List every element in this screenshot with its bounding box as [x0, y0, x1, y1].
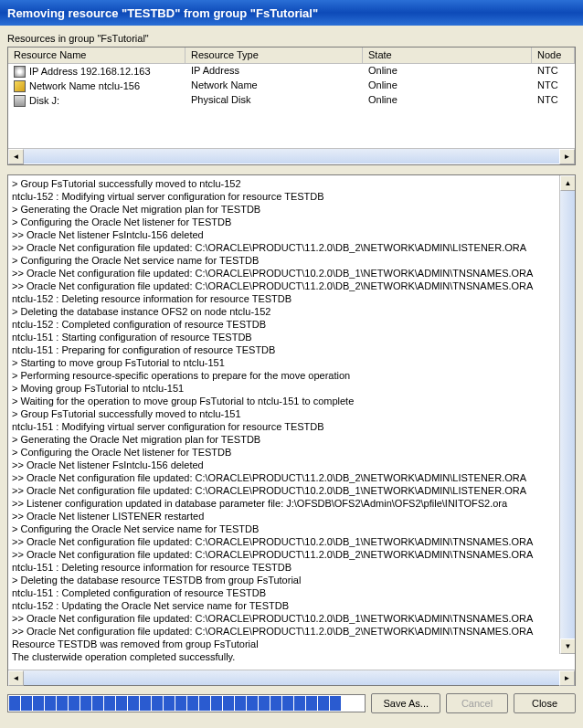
progress-block	[270, 696, 281, 711]
progress-block	[92, 696, 103, 711]
progress-block	[164, 696, 175, 711]
bottom-bar: Save As... Cancel Close	[7, 693, 576, 713]
log-line: > Generating the Oracle Net migration pl…	[12, 433, 571, 446]
log-line: >> Oracle Net listener FsIntclu-156 dele…	[12, 459, 571, 471]
progress-block	[282, 696, 293, 711]
log-line: > Waiting for the operation to move grou…	[12, 395, 571, 407]
progress-block	[69, 696, 80, 711]
progress-block	[45, 696, 56, 711]
log-line: >> Oracle Net listener FsIntclu-156 dele…	[12, 228, 571, 241]
log-line: >> Listener configuration updated in dat…	[12, 497, 571, 510]
log-line: ntclu-152 : Deleting resource informatio…	[12, 292, 571, 305]
scroll-down-icon[interactable]: ▼	[560, 638, 575, 654]
close-button[interactable]: Close	[514, 693, 576, 713]
log-line: ntclu-151 : Modifying virtual server con…	[12, 420, 571, 433]
progress-block	[306, 696, 317, 711]
progress-block	[21, 696, 32, 711]
log-line: ntclu-151 : Deleting resource informatio…	[12, 561, 571, 574]
log-line: > Configuring the Oracle Net listener fo…	[12, 216, 571, 228]
col-header-state[interactable]: State	[363, 47, 532, 63]
progress-block	[33, 696, 44, 711]
cell-state: Online	[363, 64, 532, 79]
cell-name: IP Address 192.168.12.163	[29, 66, 151, 77]
log-line: >> Oracle Net configuration file updated…	[12, 625, 571, 638]
progress-block	[104, 696, 115, 711]
log-line: >> Oracle Net configuration file updated…	[12, 548, 571, 561]
log-line: ntclu-152 : Updating the Oracle Net serv…	[12, 599, 571, 612]
vscroll-track[interactable]	[560, 191, 575, 638]
log-line: ntclu-152 : Completed configuration of r…	[12, 318, 571, 331]
cell-type: Physical Disk	[186, 93, 363, 108]
progress-block	[294, 696, 305, 711]
resource-icon	[14, 80, 26, 92]
log-line: ntclu-152 : Modifying virtual server con…	[12, 190, 571, 203]
progress-block	[259, 696, 270, 711]
log-line: Resource TESTDB was removed from group F…	[12, 638, 571, 650]
progress-block	[128, 696, 139, 711]
table-header-row: Resource Name Resource Type State Node	[8, 47, 575, 64]
resources-group-label: Resources in group "FsTutorial"	[7, 33, 576, 44]
table-row[interactable]: Network Name ntclu-156Network NameOnline…	[8, 79, 575, 93]
log-scroll-track[interactable]	[24, 670, 559, 685]
log-line: >> Oracle Net configuration file updated…	[12, 267, 571, 280]
cell-type: Network Name	[186, 79, 363, 93]
resource-icon	[14, 66, 26, 78]
log-line: > Configuring the Oracle Net service nam…	[12, 522, 571, 535]
log-panel: > Group FsTutorial successfully moved to…	[7, 174, 576, 686]
scroll-right-icon[interactable]: ►	[559, 149, 575, 164]
progress-block	[116, 696, 127, 711]
progress-block	[199, 696, 210, 711]
log-line: > Configuring the Oracle Net listener fo…	[12, 446, 571, 459]
log-line: ntclu-151 : Starting configuration of re…	[12, 331, 571, 343]
save-as-button[interactable]: Save As...	[371, 693, 440, 713]
log-line: > Deleting the database instance OFS2 on…	[12, 305, 571, 318]
cell-state: Online	[363, 93, 532, 108]
col-header-name[interactable]: Resource Name	[8, 47, 186, 63]
cell-node: NTC	[532, 64, 575, 79]
scroll-left-icon[interactable]: ◄	[8, 149, 24, 164]
table-hscroll[interactable]: ◄ ►	[8, 148, 575, 164]
log-line: ntclu-151 : Preparing for configuration …	[12, 343, 571, 356]
cell-state: Online	[363, 79, 532, 93]
cell-name: Disk J:	[29, 95, 59, 106]
col-header-type[interactable]: Resource Type	[186, 47, 363, 63]
log-line: >> Oracle Net configuration file updated…	[12, 612, 571, 625]
cell-type: IP Address	[186, 64, 363, 79]
log-scroll-left-icon[interactable]: ◄	[8, 670, 24, 686]
log-lines: > Group FsTutorial successfully moved to…	[12, 177, 571, 663]
table-row[interactable]: IP Address 192.168.12.163IP AddressOnlin…	[8, 64, 575, 79]
scroll-up-icon[interactable]: ▲	[560, 175, 575, 191]
progress-block	[175, 696, 186, 711]
log-line: > Performing resource-specific operation…	[12, 369, 571, 382]
log-vscroll[interactable]: ▲ ▼	[559, 175, 575, 654]
resource-icon	[14, 95, 26, 107]
log-line: >> Oracle Net configuration file updated…	[12, 280, 571, 292]
log-line: > Group FsTutorial successfully moved to…	[12, 407, 571, 420]
log-line: > Starting to move group FsTutorial to n…	[12, 356, 571, 369]
log-line: > Generating the Oracle Net migration pl…	[12, 203, 571, 216]
log-scroll-right-icon[interactable]: ►	[559, 670, 575, 686]
progress-block	[57, 696, 68, 711]
table-row[interactable]: Disk J:Physical DiskOnlineNTC	[8, 93, 575, 108]
log-line: > Group FsTutorial successfully moved to…	[12, 177, 571, 190]
progress-block	[152, 696, 163, 711]
log-hscroll[interactable]: ◄ ►	[8, 670, 575, 685]
progress-block	[80, 696, 91, 711]
cell-node: NTC	[532, 79, 575, 93]
log-line: > Deleting the database resource TESTDB …	[12, 574, 571, 586]
log-line: >> Oracle Net configuration file updated…	[12, 241, 571, 254]
log-line: > Configuring the Oracle Net service nam…	[12, 254, 571, 267]
progress-block	[187, 696, 198, 711]
scroll-track[interactable]	[24, 149, 559, 164]
log-line: The clusterwide operation completed succ…	[12, 650, 571, 663]
cancel-button: Cancel	[446, 693, 508, 713]
resources-table: Resource Name Resource Type State Node I…	[7, 47, 576, 165]
progress-block	[140, 696, 151, 711]
progress-block	[235, 696, 246, 711]
progress-block	[9, 696, 20, 711]
col-header-node[interactable]: Node	[532, 47, 575, 63]
log-line: >> Oracle Net configuration file updated…	[12, 471, 571, 484]
progress-block	[330, 696, 341, 711]
log-line: > Moving group FsTutorial to ntclu-151	[12, 382, 571, 395]
log-line: >> Oracle Net configuration file updated…	[12, 535, 571, 548]
